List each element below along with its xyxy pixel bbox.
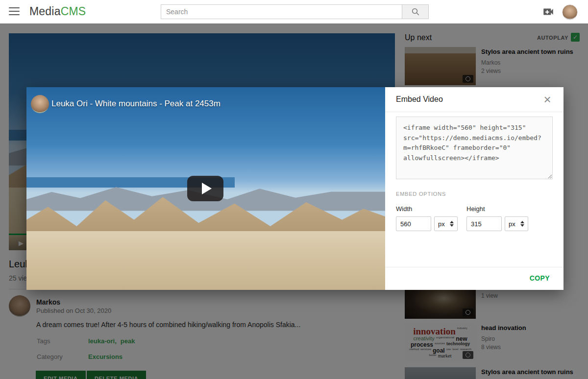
play-button[interactable] [187, 176, 223, 201]
height-input[interactable] [466, 216, 502, 231]
search-bar [161, 4, 402, 19]
modal-header: Embed Video × [385, 87, 564, 112]
close-icon[interactable]: × [539, 91, 556, 108]
preview-video-title: Leuka Ori - White mountains - Peak at 24… [51, 99, 220, 109]
updown-icon [520, 221, 524, 227]
unit-value: px [438, 220, 445, 228]
width-label: Width [396, 205, 458, 213]
height-label: Height [466, 205, 528, 213]
channel-avatar[interactable] [31, 95, 49, 113]
brand-media: Media [29, 5, 61, 18]
top-header: MediaCMS [0, 0, 588, 24]
updown-icon [450, 221, 454, 227]
width-option: Width px [396, 205, 458, 231]
height-unit-select[interactable]: px [505, 216, 528, 231]
unit-value: px [509, 220, 515, 228]
embed-options-label: EMBED OPTIONS [396, 191, 446, 197]
modal-title: Embed Video [396, 95, 443, 104]
embed-code-textarea[interactable]: <iframe width="560" height="315" src="ht… [396, 117, 553, 179]
copy-button[interactable]: COPY [527, 274, 553, 283]
search-input[interactable] [161, 4, 402, 19]
brand-logo[interactable]: MediaCMS [29, 5, 86, 18]
search-button[interactable] [402, 4, 429, 19]
brand-cms: CMS [61, 5, 86, 18]
width-unit-select[interactable]: px [434, 216, 458, 231]
height-option: Height px [466, 205, 528, 231]
modal-footer: COPY [385, 267, 564, 290]
width-input[interactable] [396, 216, 431, 231]
embed-video-modal: Leuka Ori - White mountains - Peak at 24… [26, 87, 564, 290]
embed-preview-player[interactable]: Leuka Ori - White mountains - Peak at 24… [26, 87, 385, 290]
page: ▶ Leuka Ori - White mountains - Peak at … [0, 0, 588, 379]
upload-media-icon[interactable] [542, 5, 556, 18]
search-icon [411, 7, 420, 16]
embed-panel: Embed Video × <iframe width="560" height… [385, 87, 564, 290]
menu-icon[interactable] [9, 7, 20, 15]
user-avatar[interactable] [562, 4, 578, 20]
